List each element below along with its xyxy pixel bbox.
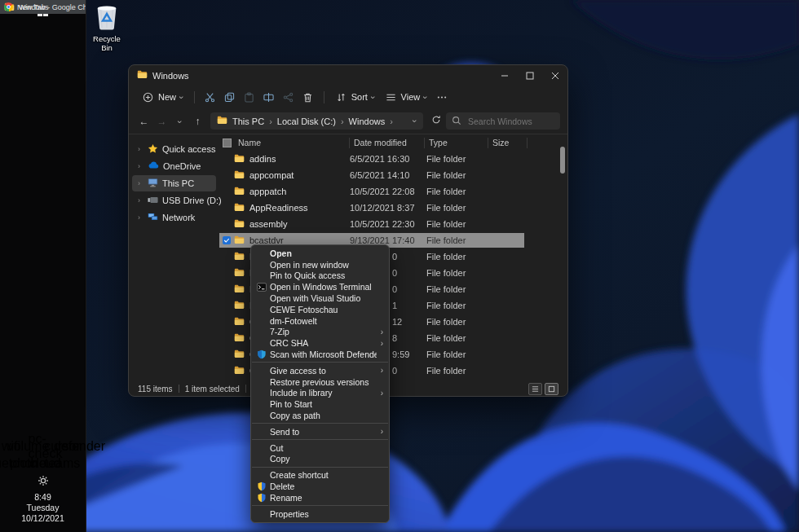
view-button[interactable]: View › [380, 92, 432, 103]
expand-chevron-icon[interactable]: › [138, 196, 143, 204]
context-menu-item[interactable]: Pin to Start [251, 398, 389, 410]
context-menu-item[interactable]: Copy [251, 454, 389, 465]
copy-button[interactable] [220, 92, 240, 103]
context-menu-item[interactable]: Create shortcut [251, 469, 389, 481]
paste-button[interactable] [240, 92, 259, 103]
file-type: File folder [425, 350, 488, 359]
breadcrumb-item[interactable]: Windows [349, 117, 386, 126]
file-name: addins [249, 154, 276, 164]
sidebar-item[interactable]: › USB Drive (D:) [132, 192, 216, 209]
file-date: 6/5/2021 14:10 [350, 170, 425, 180]
vertical-scrollbar[interactable] [559, 135, 567, 380]
rename-button[interactable] [259, 92, 279, 103]
settings-gear-icon[interactable] [38, 475, 49, 490]
context-menu-item[interactable]: dm-Fotowelt [251, 315, 389, 327]
column-header-row: Name Date modified Type Size [219, 134, 567, 151]
context-menu-item[interactable]: Delete [251, 481, 389, 492]
folder-icon [234, 365, 245, 377]
recent-locations-button[interactable]: › [172, 116, 188, 127]
context-menu-item[interactable]: Pin to Quick access [251, 270, 389, 282]
context-menu-item[interactable]: Give access to [251, 365, 389, 376]
expand-chevron-icon[interactable]: › [138, 179, 143, 187]
context-menu-item[interactable]: Cut [251, 442, 389, 454]
context-menu-item[interactable]: Rename [251, 492, 389, 503]
scrollbar-thumb[interactable] [560, 147, 565, 174]
context-menu-item[interactable]: Open in Windows Terminal [251, 281, 389, 292]
folder-icon [234, 300, 245, 312]
file-name: assembly [249, 219, 287, 229]
breadcrumb-item[interactable]: This PC [232, 117, 264, 126]
context-menu-item[interactable]: Include in library [251, 388, 389, 399]
forward-button[interactable]: → [154, 116, 170, 127]
window-title: Windows [152, 71, 189, 81]
search-input[interactable] [466, 116, 543, 127]
row-checkbox[interactable] [223, 236, 231, 244]
address-bar[interactable]: This PC › Local Disk (C:) › Windows › › [210, 112, 423, 130]
new-button[interactable]: New › [137, 92, 188, 103]
details-view-button[interactable] [528, 383, 542, 395]
file-type: File folder [425, 333, 488, 343]
expand-chevron-icon[interactable]: › [138, 145, 143, 153]
delete-button[interactable] [298, 92, 318, 103]
sort-label: Sort [351, 92, 368, 102]
sort-button[interactable]: Sort › [330, 92, 380, 103]
expand-chevron-icon[interactable]: › [138, 162, 143, 170]
refresh-button[interactable] [428, 115, 444, 127]
close-button[interactable] [542, 65, 567, 86]
menu-item-label: Create shortcut [270, 470, 377, 480]
search-box[interactable] [446, 112, 560, 130]
sidebar-item[interactable]: › Quick access [132, 141, 216, 157]
see-more-button[interactable] [432, 92, 452, 103]
breadcrumb-item[interactable]: Local Disk (C:) [277, 117, 336, 126]
expand-chevron-icon[interactable]: › [138, 213, 143, 222]
large-icons-view-button[interactable] [545, 383, 558, 395]
menu-item-label: Cut [270, 443, 377, 453]
file-row[interactable]: AppReadiness 10/12/2021 8:37 File folder [219, 200, 558, 216]
sidebar-item[interactable]: › Network [132, 209, 216, 226]
column-header-name[interactable]: Name [234, 138, 350, 148]
context-menu-item[interactable]: Send to [251, 426, 389, 437]
folder-icon [234, 316, 245, 328]
file-type: File folder [425, 366, 488, 376]
column-header-size[interactable]: Size [488, 138, 528, 148]
status-divider [179, 385, 179, 393]
folder-icon [234, 251, 245, 263]
file-row[interactable]: addins 6/5/2021 16:30 File folder [219, 151, 558, 167]
context-menu-item[interactable]: Restore previous versions [251, 376, 389, 388]
column-header-date[interactable]: Date modified [350, 138, 425, 148]
context-menu-item[interactable]: Open [251, 248, 389, 259]
file-name: appcompat [249, 170, 294, 180]
context-menu-item[interactable]: CEWE Fotoschau [251, 304, 389, 315]
chrome-icon [4, 2, 13, 11]
context-menu-item[interactable]: Copy as path [251, 410, 389, 421]
file-name: AppReadiness [249, 203, 308, 213]
select-all-checkbox[interactable] [223, 138, 232, 147]
minimize-button[interactable] [492, 65, 517, 86]
menu-item-label: Give access to [270, 366, 377, 376]
share-button[interactable] [279, 92, 298, 103]
file-row[interactable]: apppatch 10/5/2021 22:08 File folder [219, 183, 558, 200]
context-menu-item[interactable]: CRC SHA [251, 337, 389, 349]
address-dropdown-chevron[interactable]: › [411, 120, 420, 123]
up-button[interactable]: ↑ [190, 116, 205, 127]
file-row[interactable]: appcompat 6/5/2021 14:10 File folder [219, 167, 558, 183]
taskbar-app-item[interactable]: New Tab - Google Chro... [0, 0, 86, 14]
context-menu-item[interactable]: Open with Visual Studio [251, 292, 389, 304]
file-type: File folder [425, 203, 488, 213]
system-tray-row-1: wifivolumepc-checkcursordefender [0, 441, 86, 451]
sidebar-item[interactable]: › OneDrive [132, 158, 216, 174]
back-button[interactable]: ← [136, 116, 152, 127]
sidebar-item[interactable]: › This PC [132, 175, 216, 191]
recycle-bin-desktop-icon[interactable]: Recycle Bin [87, 3, 126, 52]
maximize-button[interactable] [517, 65, 542, 86]
file-row[interactable]: assembly 10/5/2021 22:30 File folder [219, 216, 558, 232]
title-bar[interactable]: Windows [129, 65, 567, 86]
context-menu-item[interactable]: Scan with Microsoft Defender... [251, 349, 389, 360]
shield-yb-icon [254, 493, 270, 503]
cut-button[interactable] [201, 92, 220, 103]
context-menu-item[interactable]: Properties [251, 508, 389, 520]
context-menu-item[interactable]: 7-Zip [251, 327, 389, 338]
menu-item-label: Scan with Microsoft Defender... [270, 350, 377, 359]
column-header-type[interactable]: Type [425, 138, 488, 148]
context-menu-item[interactable]: Open in new window [251, 259, 389, 270]
